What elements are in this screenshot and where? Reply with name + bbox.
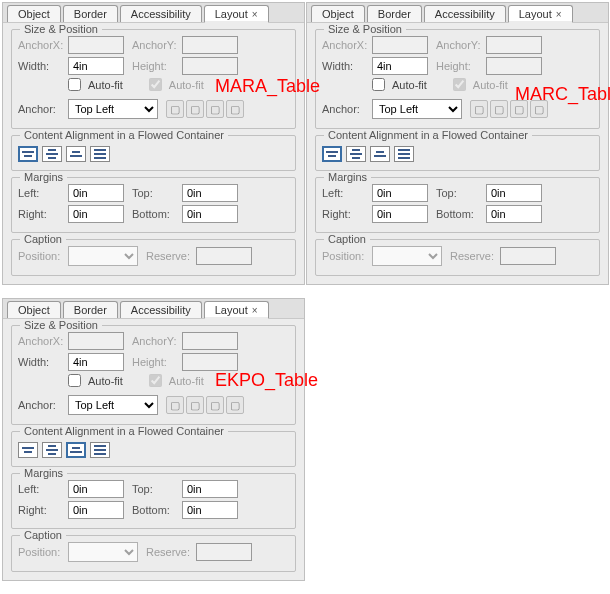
input-anchorx (68, 36, 124, 54)
close-icon[interactable]: × (252, 305, 258, 316)
align-bottom-icon[interactable] (66, 442, 86, 458)
select-anchor[interactable]: Top Left (372, 99, 462, 119)
input-margin-left[interactable] (372, 184, 428, 202)
align-justify-icon[interactable] (90, 146, 110, 162)
align-justify-icon[interactable] (90, 442, 110, 458)
label-anchor: Anchor: (18, 103, 64, 115)
group-content-alignment: Content Alignment in a Flowed Container (315, 135, 600, 171)
tab-object[interactable]: Object (311, 5, 365, 22)
align-top-icon[interactable] (18, 442, 38, 458)
tab-border[interactable]: Border (63, 5, 118, 22)
input-margin-top[interactable] (182, 480, 238, 498)
group-title: Margins (324, 171, 371, 183)
tab-border[interactable]: Border (63, 301, 118, 318)
label-anchorx: AnchorX: (18, 335, 64, 347)
label-anchory: AnchorY: (436, 39, 482, 51)
input-reserve (196, 247, 252, 265)
tab-object[interactable]: Object (7, 301, 61, 318)
rotate-90-icon[interactable]: ▢ (186, 396, 204, 414)
rotate-270-icon[interactable]: ▢ (226, 396, 244, 414)
label-position: Position: (322, 250, 368, 262)
select-anchor[interactable]: Top Left (68, 395, 158, 415)
input-margin-bottom[interactable] (182, 205, 238, 223)
align-middle-icon[interactable] (42, 442, 62, 458)
label-right: Right: (322, 208, 368, 220)
align-justify-icon[interactable] (394, 146, 414, 162)
input-width[interactable] (68, 57, 124, 75)
tab-layout[interactable]: Layout× (204, 301, 269, 318)
input-margin-top[interactable] (486, 184, 542, 202)
rotate-90-icon[interactable]: ▢ (490, 100, 508, 118)
input-height (182, 353, 238, 371)
group-title: Content Alignment in a Flowed Container (20, 425, 228, 437)
input-margin-right[interactable] (372, 205, 428, 223)
rotate-0-icon[interactable]: ▢ (166, 396, 184, 414)
group-title: Margins (20, 171, 67, 183)
group-size-position: Size & Position AnchorX: AnchorY: Width:… (11, 29, 296, 129)
label-height: Height: (132, 60, 178, 72)
select-caption-position (68, 542, 138, 562)
select-anchor[interactable]: Top Left (68, 99, 158, 119)
input-margin-right[interactable] (68, 501, 124, 519)
tab-border[interactable]: Border (367, 5, 422, 22)
rotate-180-icon[interactable]: ▢ (510, 100, 528, 118)
rotate-270-icon[interactable]: ▢ (226, 100, 244, 118)
alignment-buttons (18, 146, 289, 162)
label-right: Right: (18, 208, 64, 220)
tab-layout[interactable]: Layout× (508, 5, 573, 22)
group-caption: Caption Position: Reserve: (315, 239, 600, 276)
input-margin-left[interactable] (68, 480, 124, 498)
tab-accessibility[interactable]: Accessibility (120, 5, 202, 22)
align-top-icon[interactable] (322, 146, 342, 162)
rotate-buttons: ▢ ▢ ▢ ▢ (470, 100, 548, 118)
input-margin-bottom[interactable] (182, 501, 238, 519)
rotate-270-icon[interactable]: ▢ (530, 100, 548, 118)
alignment-buttons (322, 146, 593, 162)
input-anchorx (68, 332, 124, 350)
rotate-180-icon[interactable]: ▢ (206, 100, 224, 118)
checkbox-autofit-width[interactable] (68, 374, 81, 387)
tab-layout[interactable]: Layout× (204, 5, 269, 22)
close-icon[interactable]: × (252, 9, 258, 20)
checkbox-autofit-width[interactable] (68, 78, 81, 91)
label-autofit-width: Auto-fit (88, 79, 123, 91)
rotate-90-icon[interactable]: ▢ (186, 100, 204, 118)
group-size-position: Size & Position AnchorX: AnchorY: Width:… (315, 29, 600, 129)
input-margin-right[interactable] (68, 205, 124, 223)
input-margin-left[interactable] (68, 184, 124, 202)
tab-accessibility[interactable]: Accessibility (424, 5, 506, 22)
input-width[interactable] (68, 353, 124, 371)
label-bottom: Bottom: (132, 504, 178, 516)
group-caption: Caption Position: Reserve: (11, 535, 296, 572)
input-width[interactable] (372, 57, 428, 75)
label-autofit-height: Auto-fit (169, 79, 204, 91)
tab-object[interactable]: Object (7, 5, 61, 22)
align-bottom-icon[interactable] (370, 146, 390, 162)
checkbox-autofit-width[interactable] (372, 78, 385, 91)
label-top: Top: (132, 187, 178, 199)
align-middle-icon[interactable] (42, 146, 62, 162)
label-height: Height: (436, 60, 482, 72)
input-reserve (500, 247, 556, 265)
tabstrip: Object Border Accessibility Layout× (307, 3, 608, 23)
align-middle-icon[interactable] (346, 146, 366, 162)
select-caption-position (68, 246, 138, 266)
group-content-alignment: Content Alignment in a Flowed Container (11, 431, 296, 467)
close-icon[interactable]: × (556, 9, 562, 20)
input-reserve (196, 543, 252, 561)
rotate-180-icon[interactable]: ▢ (206, 396, 224, 414)
align-top-icon[interactable] (18, 146, 38, 162)
label-anchorx: AnchorX: (322, 39, 368, 51)
rotate-0-icon[interactable]: ▢ (470, 100, 488, 118)
align-bottom-icon[interactable] (66, 146, 86, 162)
input-anchory (486, 36, 542, 54)
label-reserve: Reserve: (450, 250, 496, 262)
rotate-0-icon[interactable]: ▢ (166, 100, 184, 118)
label-top: Top: (436, 187, 482, 199)
label-anchory: AnchorY: (132, 335, 178, 347)
input-margin-bottom[interactable] (486, 205, 542, 223)
group-size-position: Size & Position AnchorX: AnchorY: Width:… (11, 325, 296, 425)
label-autofit-width: Auto-fit (392, 79, 427, 91)
input-margin-top[interactable] (182, 184, 238, 202)
tab-accessibility[interactable]: Accessibility (120, 301, 202, 318)
